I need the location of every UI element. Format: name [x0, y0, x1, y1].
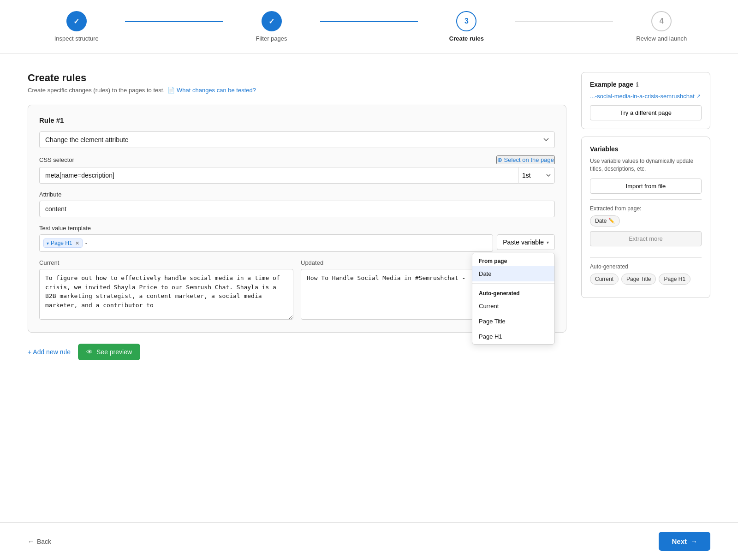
connector-3 — [515, 21, 613, 22]
step-label-inspect: Inspect structure — [54, 35, 99, 42]
extracted-label: Extracted from page: — [590, 205, 702, 212]
paste-variable-wrapper: Paste variable ▾ From page Date Auto-gen… — [497, 234, 555, 252]
css-selector-group: CSS selector ⊕ Select on the page 1st — [39, 155, 555, 184]
nth-select[interactable]: 1st — [518, 167, 555, 184]
css-selector-input[interactable] — [39, 167, 518, 184]
bottom-actions: + Add new rule 👁 See preview — [28, 344, 566, 360]
add-rule-label: + Add new rule — [28, 348, 71, 356]
connector-2 — [320, 21, 417, 22]
step-label-filter: Filter pages — [256, 35, 287, 42]
autogen-page-h1[interactable]: Page H1 — [659, 274, 690, 285]
sidebar-divider-2 — [590, 257, 702, 258]
variables-title: Variables — [590, 145, 702, 153]
current-textarea[interactable] — [39, 269, 293, 320]
page-content: Create rules Create specific changes (ru… — [0, 54, 738, 406]
try-different-page-button[interactable]: Try a different page — [590, 105, 702, 120]
paste-variable-button[interactable]: Paste variable ▾ — [497, 234, 555, 250]
step-circle-review: 4 — [651, 11, 672, 31]
date-tag[interactable]: Date ✏️ — [590, 215, 620, 226]
pencil-icon: ✏️ — [608, 218, 615, 224]
example-page-link[interactable]: ...-social-media-in-a-crisis-semrushchat… — [590, 93, 702, 100]
step-inspect: ✓ Inspect structure — [28, 11, 125, 42]
paste-variable-label: Paste variable — [503, 238, 544, 246]
step-circle-filter: ✓ — [262, 11, 282, 31]
page-h1-chip[interactable]: ▾ Page H1 ✕ — [43, 238, 83, 248]
test-value-group: Test value template ▾ Page H1 ✕ - Paste … — [39, 225, 555, 252]
example-page-title: Example page ℹ — [590, 81, 702, 88]
from-page-label: From page — [472, 253, 554, 266]
autogen-label: Auto-generated — [590, 263, 702, 270]
connector-1 — [125, 21, 222, 22]
page-subtitle: Create specific changes (rules) to the p… — [28, 87, 566, 94]
step-label-create: Create rules — [449, 35, 484, 42]
autogen-current[interactable]: Current — [590, 274, 619, 285]
see-preview-label: See preview — [96, 348, 132, 356]
variables-card: Variables Use variable values to dynamic… — [581, 137, 710, 298]
template-row: ▾ Page H1 ✕ - Paste variable ▾ — [39, 234, 555, 252]
add-rule-button[interactable]: + Add new rule — [28, 345, 71, 359]
selector-input-group: 1st — [39, 167, 555, 184]
action-group: Change the element attribute — [39, 131, 555, 148]
example-page-card: Example page ℹ ...-social-media-in-a-cri… — [581, 72, 710, 129]
page-title: Create rules — [28, 72, 566, 84]
action-dropdown[interactable]: Change the element attribute — [39, 131, 555, 148]
external-link-icon: ↗ — [696, 93, 701, 99]
autogen-tags: Current Page Title Page H1 — [590, 274, 702, 285]
help-link[interactable]: 📄 What changes can be tested? — [167, 87, 256, 94]
sidebar-area: Example page ℹ ...-social-media-in-a-cri… — [581, 72, 710, 360]
sidebar-divider-1 — [590, 199, 702, 200]
rule-card-1: Rule #1 Change the element attribute CSS… — [28, 105, 566, 333]
attribute-label: Attribute — [39, 191, 555, 198]
see-preview-button[interactable]: 👁 See preview — [78, 344, 140, 360]
paste-variable-chevron: ▾ — [547, 240, 549, 245]
dropdown-divider — [472, 283, 554, 284]
attribute-group: Attribute — [39, 191, 555, 217]
extracted-tags: Date ✏️ — [590, 215, 702, 226]
chip-label: Page H1 — [51, 240, 72, 246]
step-label-review: Review and launch — [636, 35, 687, 42]
stepper: ✓ Inspect structure ✓ Filter pages 3 Cre… — [0, 0, 738, 54]
chip-chevron-icon: ▾ — [47, 241, 49, 246]
step-filter: ✓ Filter pages — [223, 11, 320, 42]
import-from-file-button[interactable]: Import from file — [590, 179, 702, 194]
main-area: Create rules Create specific changes (ru… — [28, 72, 566, 360]
dropdown-item-page-title[interactable]: Page Title — [472, 314, 554, 329]
step-create: 3 Create rules — [418, 11, 515, 42]
template-dash: - — [85, 239, 88, 247]
dropdown-item-current[interactable]: Current — [472, 298, 554, 314]
dropdown-item-date[interactable]: Date — [472, 266, 554, 281]
extract-more-button[interactable]: Extract more — [590, 231, 702, 246]
autogen-page-title[interactable]: Page Title — [621, 274, 656, 285]
template-input-wrapper[interactable]: ▾ Page H1 ✕ - — [39, 234, 493, 252]
current-col: Current — [39, 259, 293, 321]
rule-label: Rule #1 — [39, 116, 555, 124]
date-tag-label: Date — [595, 218, 607, 224]
auto-generated-label: Auto-generated — [472, 286, 554, 298]
attribute-input[interactable] — [39, 201, 555, 217]
book-icon: 📄 — [167, 87, 175, 94]
css-selector-label: CSS selector — [39, 156, 74, 163]
step-circle-inspect: ✓ — [66, 11, 87, 31]
info-icon[interactable]: ℹ — [636, 81, 638, 88]
chip-close-icon[interactable]: ✕ — [75, 240, 79, 246]
target-icon: ⊕ — [497, 156, 502, 163]
test-value-label: Test value template — [39, 225, 555, 232]
step-circle-create: 3 — [456, 11, 476, 31]
dropdown-item-page-h1[interactable]: Page H1 — [472, 329, 554, 344]
current-label: Current — [39, 259, 293, 266]
step-review: 4 Review and launch — [613, 11, 710, 42]
paste-variable-dropdown: From page Date Auto-generated Current Pa… — [472, 253, 555, 345]
select-on-page-button[interactable]: ⊕ Select on the page — [496, 155, 555, 164]
variables-description: Use variable values to dynamically updat… — [590, 157, 702, 173]
eye-icon: 👁 — [86, 348, 93, 356]
